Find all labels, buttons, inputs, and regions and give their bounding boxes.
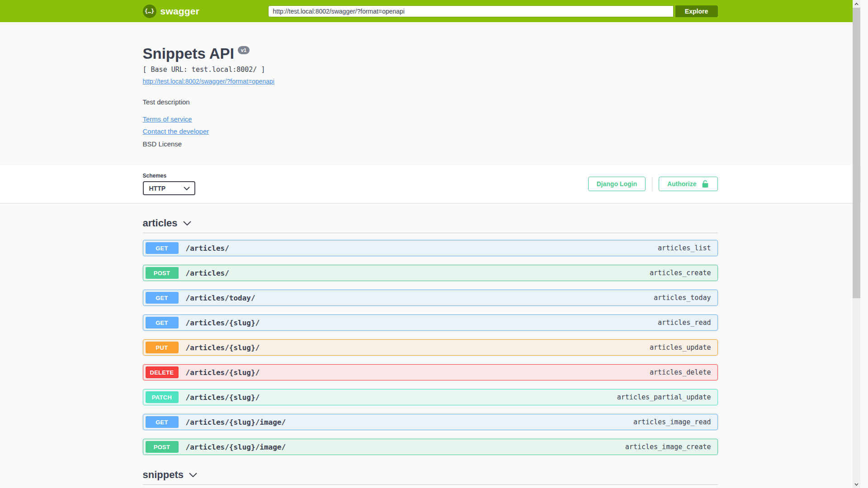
operation-id: articles_image_create bbox=[625, 443, 711, 451]
authorize-button[interactable]: Authorize bbox=[659, 177, 718, 191]
scheme-container: Schemes HTTP Django Login Authorize bbox=[0, 165, 860, 203]
operation-row[interactable]: PATCH/articles/{slug}/articles_partial_u… bbox=[143, 389, 718, 405]
scroll-up-arrow-icon[interactable] bbox=[853, 0, 860, 8]
operation-row[interactable]: DELETE/articles/{slug}/articles_delete bbox=[143, 364, 718, 380]
scroll-down-arrow-icon[interactable] bbox=[853, 480, 860, 488]
schemes-select[interactable]: HTTP bbox=[143, 181, 195, 195]
section-title: articles bbox=[143, 217, 178, 229]
auth-divider bbox=[652, 177, 652, 191]
method-badge: GET bbox=[146, 317, 179, 328]
operation-id: articles_update bbox=[650, 343, 711, 352]
operation-path: /articles/{slug}/ bbox=[186, 393, 260, 402]
spec-url-input[interactable] bbox=[268, 5, 674, 17]
method-badge: PATCH bbox=[146, 391, 179, 403]
operation-id: articles_today bbox=[654, 294, 711, 302]
operation-id: articles_create bbox=[650, 269, 711, 277]
section-header-snippets[interactable]: snippets bbox=[143, 469, 718, 484]
operation-path: /articles/{slug}/image/ bbox=[186, 418, 286, 427]
method-badge: POST bbox=[146, 441, 179, 453]
api-title-text: Snippets API bbox=[143, 45, 234, 62]
operation-path: /articles/ bbox=[186, 269, 229, 277]
method-badge: GET bbox=[146, 292, 179, 304]
chevron-down-icon bbox=[184, 187, 190, 190]
schemes-label: Schemes bbox=[143, 173, 195, 179]
operation-id: articles_list bbox=[658, 244, 711, 252]
operation-id: articles_partial_update bbox=[617, 393, 711, 401]
section-divider bbox=[143, 484, 718, 485]
terms-of-service-link[interactable]: Terms of service bbox=[143, 115, 192, 123]
swagger-ui-page: {…} swagger Explore Snippets API v1 [ Ba… bbox=[0, 0, 860, 488]
method-badge: GET bbox=[146, 242, 179, 254]
info-section: Snippets API v1 [ Base URL: test.local:8… bbox=[0, 22, 860, 165]
swagger-brand[interactable]: {…} swagger bbox=[143, 5, 200, 18]
operation-row[interactable]: POST/articles/{slug}/image/articles_imag… bbox=[143, 439, 718, 455]
version-badge: v1 bbox=[238, 46, 250, 54]
django-login-label: Django Login bbox=[597, 180, 637, 188]
contact-developer-link[interactable]: Contact the developer bbox=[143, 127, 209, 135]
spec-link[interactable]: http://test.local:8002/swagger/?format=o… bbox=[143, 78, 274, 85]
operation-id: articles_read bbox=[658, 319, 711, 327]
operation-row[interactable]: GET/articles/{slug}/image/articles_image… bbox=[143, 414, 718, 430]
method-badge: DELETE bbox=[146, 366, 179, 378]
operation-row[interactable]: PUT/articles/{slug}/articles_update bbox=[143, 339, 718, 356]
section-divider bbox=[143, 233, 718, 233]
topbar: {…} swagger Explore bbox=[0, 0, 860, 22]
operation-row[interactable]: GET/articles/today/articles_today bbox=[143, 290, 718, 306]
operation-row[interactable]: GET/articles/{slug}/articles_read bbox=[143, 314, 718, 331]
operation-path: /articles/{slug}/ bbox=[186, 343, 260, 352]
chevron-down-icon bbox=[183, 221, 191, 225]
schemes-selected-value: HTTP bbox=[149, 185, 166, 192]
operation-path: /articles/today/ bbox=[186, 294, 255, 302]
vertical-scrollbar[interactable] bbox=[853, 0, 860, 488]
page-title: Snippets API v1 bbox=[143, 45, 718, 62]
django-login-button[interactable]: Django Login bbox=[588, 177, 646, 191]
operations-area: articlesGET/articles/articles_listPOST/a… bbox=[0, 203, 860, 488]
tag-section: snippetsGET/snippets/snippets_list bbox=[143, 469, 718, 488]
method-badge: PUT bbox=[146, 342, 179, 353]
chevron-down-icon bbox=[189, 473, 197, 477]
operation-path: /articles/{slug}/image/ bbox=[186, 443, 286, 451]
scrollbar-thumb[interactable] bbox=[853, 8, 860, 298]
operation-path: /articles/ bbox=[186, 244, 229, 253]
swagger-logo-icon: {…} bbox=[143, 5, 156, 18]
brand-name: swagger bbox=[160, 6, 200, 17]
api-description: Test description bbox=[143, 98, 718, 106]
operation-id: articles_delete bbox=[650, 368, 711, 376]
authorize-label: Authorize bbox=[667, 180, 697, 188]
operation-path: /articles/{slug}/ bbox=[186, 319, 260, 327]
method-badge: GET bbox=[146, 416, 179, 428]
method-badge: POST bbox=[146, 267, 179, 279]
operation-path: /articles/{slug}/ bbox=[186, 368, 260, 377]
operation-row[interactable]: GET/articles/articles_list bbox=[143, 240, 718, 256]
base-url: [ Base URL: test.local:8002/ ] bbox=[143, 66, 718, 74]
section-title: snippets bbox=[143, 469, 184, 481]
explore-button[interactable]: Explore bbox=[675, 5, 718, 17]
operation-id: articles_image_read bbox=[633, 418, 711, 426]
license-text: BSD License bbox=[143, 140, 718, 148]
operation-row[interactable]: POST/articles/articles_create bbox=[143, 265, 718, 281]
tag-section: articlesGET/articles/articles_listPOST/a… bbox=[143, 217, 718, 455]
section-header-articles[interactable]: articles bbox=[143, 217, 718, 233]
unlock-icon bbox=[701, 180, 709, 188]
